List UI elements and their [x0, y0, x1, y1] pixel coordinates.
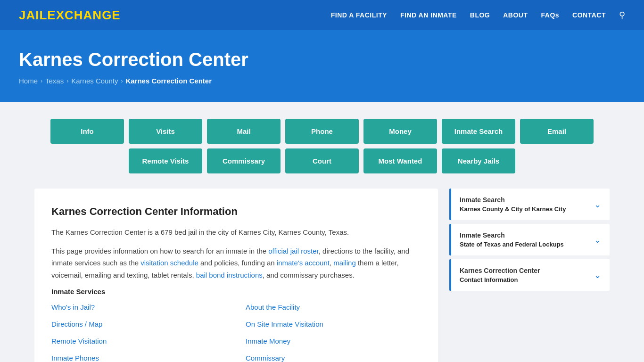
sidebar: Inmate Search Karnes County & City of Ka… [449, 189, 610, 295]
sidebar-card-1-text: Inmate Search Karnes County & City of Ka… [460, 196, 566, 213]
service-directions-map[interactable]: Directions / Map [51, 317, 227, 331]
site-header: JAILEXCHANGE FIND A FACILITY FIND AN INM… [0, 0, 644, 30]
inmate-services-title: Inmate Services [51, 288, 421, 296]
btn-mail[interactable]: Mail [207, 119, 281, 144]
nav-find-facility[interactable]: FIND A FACILITY [331, 11, 387, 19]
nav-contact[interactable]: CONTACT [572, 11, 606, 19]
btn-visits[interactable]: Visits [129, 119, 202, 144]
breadcrumb-karnes-county[interactable]: Karnes County [71, 77, 118, 85]
sidebar-card-3[interactable]: Karnes Correction Center Contact Informa… [449, 259, 610, 291]
info-para2: This page provides information on how to… [51, 245, 421, 281]
chevron-down-icon-2: ⌄ [594, 235, 601, 245]
chevron-down-icon: ⌄ [594, 199, 601, 210]
breadcrumb-sep-1: › [41, 78, 42, 84]
main-info-box: Karnes Correction Center Information The… [34, 189, 438, 362]
service-inmate-money[interactable]: Inmate Money [246, 334, 421, 348]
sidebar-card-3-text: Karnes Correction Center Contact Informa… [460, 267, 540, 283]
info-heading: Karnes Correction Center Information [51, 206, 421, 218]
service-remote-visitation[interactable]: Remote Visitation [51, 334, 227, 348]
content-layout: Karnes Correction Center Information The… [34, 189, 610, 362]
link-inmate-account[interactable]: inmate's account [277, 259, 330, 267]
btn-inmate-search[interactable]: Inmate Search [442, 119, 515, 144]
sidebar-card-1-title: Inmate Search [460, 196, 566, 204]
breadcrumb-home[interactable]: Home [19, 77, 38, 85]
nav-faqs[interactable]: FAQs [541, 11, 560, 19]
breadcrumb-sep-2: › [66, 78, 68, 84]
btn-remote-visits[interactable]: Remote Visits [129, 148, 202, 173]
service-onsite-visitation[interactable]: On Site Inmate Visitation [246, 317, 421, 331]
btn-phone[interactable]: Phone [285, 119, 359, 144]
breadcrumb: Home › Texas › Karnes County › Karnes Co… [19, 77, 625, 85]
btn-nearby-jails[interactable]: Nearby Jails [442, 148, 515, 173]
nav-buttons-row-2: Remote Visits Commissary Court Most Want… [129, 148, 515, 173]
hero-banner: Karnes Correction Center Home › Texas › … [0, 30, 644, 102]
sidebar-card-2-subtitle: State of Texas and Federal Lockups [460, 241, 564, 248]
site-logo[interactable]: JAILEXCHANGE [19, 8, 121, 23]
btn-email[interactable]: Email [520, 119, 594, 144]
btn-court[interactable]: Court [285, 148, 359, 173]
nav-buttons-row-1: Info Visits Mail Phone Money Inmate Sear… [50, 119, 594, 144]
main-content-area: Info Visits Mail Phone Money Inmate Sear… [16, 102, 628, 362]
search-icon-button[interactable]: ⚲ [619, 10, 625, 20]
link-visitation-schedule[interactable]: visitation schedule [140, 259, 198, 267]
logo-part2: EXCHANGE [47, 8, 120, 22]
breadcrumb-texas[interactable]: Texas [45, 77, 64, 85]
link-bail-bond[interactable]: bail bond instructions [196, 271, 263, 279]
chevron-down-icon-3: ⌄ [594, 270, 601, 280]
sidebar-card-3-title: Karnes Correction Center [460, 267, 540, 274]
breadcrumb-sep-3: › [121, 78, 123, 84]
sidebar-card-3-subtitle: Contact Information [460, 276, 540, 283]
info-para1: The Karnes Correction Center is a 679 be… [51, 226, 421, 239]
btn-most-wanted[interactable]: Most Wanted [363, 148, 437, 173]
btn-commissary[interactable]: Commissary [207, 148, 281, 173]
service-inmate-phones[interactable]: Inmate Phones [51, 351, 227, 362]
breadcrumb-current: Karnes Correction Center [125, 77, 212, 85]
link-jail-roster[interactable]: official jail roster [268, 247, 318, 255]
sidebar-card-1[interactable]: Inmate Search Karnes County & City of Ka… [449, 189, 610, 220]
service-commissary[interactable]: Commissary [246, 351, 421, 362]
nav-about[interactable]: ABOUT [503, 11, 528, 19]
sidebar-card-2-text: Inmate Search State of Texas and Federal… [460, 231, 564, 248]
page-title: Karnes Correction Center [19, 49, 625, 70]
sidebar-card-1-subtitle: Karnes County & City of Karnes City [460, 206, 566, 213]
sidebar-card-2[interactable]: Inmate Search State of Texas and Federal… [449, 224, 610, 255]
logo-part1: JAIL [19, 8, 47, 22]
services-grid: Who's in Jail? About the Facility Direct… [51, 300, 421, 362]
link-mailing[interactable]: mailing [333, 259, 356, 267]
sidebar-card-2-title: Inmate Search [460, 231, 564, 239]
nav-find-inmate[interactable]: FIND AN INMATE [400, 11, 457, 19]
btn-money[interactable]: Money [363, 119, 437, 144]
service-whos-in-jail[interactable]: Who's in Jail? [51, 300, 227, 314]
nav-blog[interactable]: BLOG [470, 11, 490, 19]
main-nav: FIND A FACILITY FIND AN INMATE BLOG ABOU… [331, 10, 625, 20]
facility-nav-buttons: Info Visits Mail Phone Money Inmate Sear… [34, 119, 610, 173]
service-about-facility[interactable]: About the Facility [246, 300, 421, 314]
btn-info[interactable]: Info [50, 119, 124, 144]
